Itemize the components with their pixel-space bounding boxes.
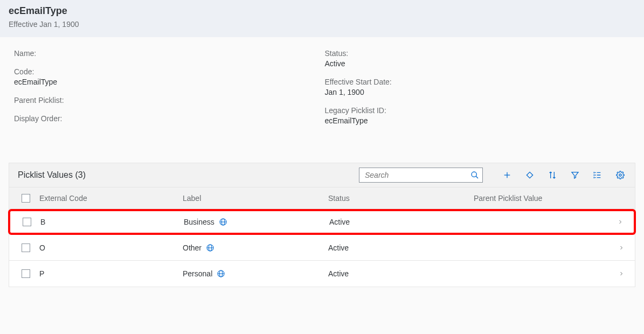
col-status: Status: [328, 194, 474, 203]
settings-icon[interactable]: [612, 171, 628, 179]
code-value: ecEmailType: [14, 78, 325, 86]
effective-start-date-label: Effective Start Date:: [325, 78, 636, 86]
chevron-right-icon[interactable]: [613, 245, 629, 251]
cell-status: Active: [328, 243, 474, 252]
picklist-values-toolbar: Picklist Values (3): [9, 163, 635, 187]
search-icon[interactable]: [470, 171, 479, 179]
search-input-wrapper[interactable]: [359, 168, 483, 183]
details-panel: Name: Code: ecEmailType Parent Picklist:…: [0, 37, 644, 156]
table-row[interactable]: PPersonal Active: [9, 261, 635, 287]
detail-icon[interactable]: [590, 171, 606, 179]
table-header-row: External Code Label Status Parent Pickli…: [9, 187, 635, 209]
row-checkbox[interactable]: [23, 218, 31, 226]
page-header: ecEmailType Effective Jan 1, 1900: [0, 0, 644, 37]
cell-label: Other: [183, 243, 328, 252]
svg-line-1: [476, 176, 478, 178]
globe-icon[interactable]: [217, 269, 225, 278]
cell-external-code: B: [38, 218, 184, 226]
col-label: Label: [183, 194, 328, 203]
search-input[interactable]: [365, 171, 470, 179]
col-parent: Parent Picklist Value: [474, 194, 613, 203]
chevron-right-icon[interactable]: [613, 270, 629, 277]
row-checkbox[interactable]: [22, 243, 30, 252]
effective-start-date-value: Jan 1, 1900: [325, 88, 636, 96]
sort-icon[interactable]: [544, 171, 560, 179]
filter-icon[interactable]: [567, 171, 583, 179]
cell-label: Personal: [183, 269, 328, 278]
section-title: Picklist Values (3): [18, 170, 86, 180]
table-row[interactable]: OOther Active: [9, 235, 635, 261]
cell-status: Active: [328, 269, 474, 278]
legacy-picklist-id-label: Legacy Picklist ID:: [325, 106, 636, 115]
status-value: Active: [325, 59, 636, 68]
table-row[interactable]: BBusiness Active: [8, 209, 636, 235]
select-all-checkbox[interactable]: [22, 194, 30, 203]
name-label: Name:: [14, 49, 325, 58]
page-subtitle: Effective Jan 1, 1900: [9, 20, 635, 29]
globe-icon[interactable]: [219, 218, 227, 226]
page-title: ecEmailType: [9, 5, 635, 17]
cell-status: Active: [329, 218, 475, 226]
code-label: Code:: [14, 67, 325, 76]
add-icon[interactable]: [499, 171, 515, 179]
action-icon[interactable]: [522, 171, 538, 179]
row-checkbox[interactable]: [22, 269, 30, 278]
svg-rect-4: [527, 172, 532, 178]
picklist-values-table: External Code Label Status Parent Pickli…: [9, 187, 635, 287]
status-label: Status:: [325, 49, 636, 58]
display-order-label: Display Order:: [14, 114, 325, 123]
cell-external-code: O: [37, 243, 183, 252]
cell-label: Business: [184, 218, 329, 226]
chevron-right-icon[interactable]: [612, 219, 628, 225]
svg-point-5: [619, 174, 621, 176]
svg-point-0: [472, 172, 476, 177]
legacy-picklist-id-value: ecEmailType: [325, 116, 636, 125]
cell-external-code: P: [37, 269, 183, 278]
parent-picklist-label: Parent Picklist:: [14, 96, 325, 105]
globe-icon[interactable]: [206, 243, 214, 252]
col-external-code: External Code: [37, 194, 183, 203]
